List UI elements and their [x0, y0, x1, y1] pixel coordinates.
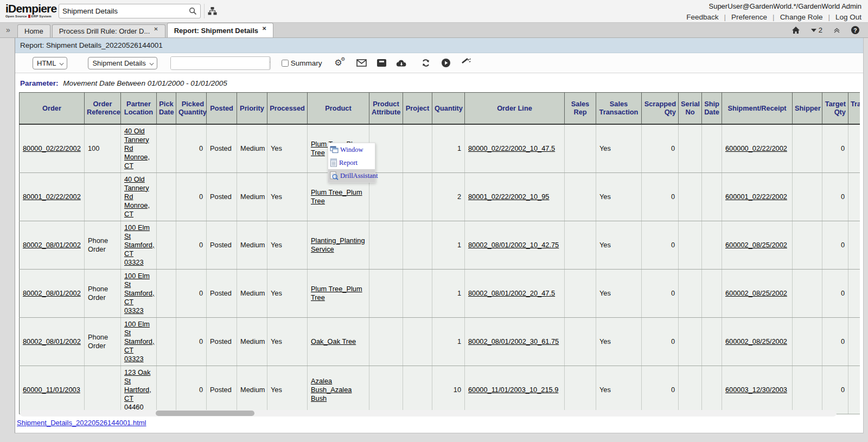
context-menu-item-window[interactable]: Window: [328, 143, 375, 156]
export-cloud-download-icon[interactable]: [396, 57, 407, 68]
summary-checkbox[interactable]: [282, 60, 289, 67]
cell-link-shipment-receipt[interactable]: 600002_08/25/2002: [725, 289, 787, 297]
cell-link-product[interactable]: Oak_Oak Tree: [311, 337, 356, 345]
cell-link-order[interactable]: 80001_02/22/2002: [23, 193, 81, 201]
open-windows-dropdown[interactable]: 2: [811, 26, 822, 34]
cell-link-order-line[interactable]: 80000_02/22/2002_10_47.5: [468, 144, 555, 152]
logout-link[interactable]: Log Out: [835, 13, 861, 21]
cell-order-line: 80002_08/01/2002_30_61.75: [465, 317, 565, 366]
idempiere-app: { "header": { "logo_text": "iDempiere", …: [0, 0, 868, 442]
cell-link-partner-location[interactable]: 40 Old Tannery Rd Monroe, CT: [124, 127, 150, 170]
cell-link-product[interactable]: Azalea Bush_Azalea Bush: [311, 377, 352, 402]
cell-picked-quantity: 0: [176, 124, 207, 173]
menu-tree-icon[interactable]: [204, 4, 220, 18]
format-select-value: HTML: [37, 59, 56, 67]
change-role-link[interactable]: Change Role: [780, 13, 823, 21]
cell-link-shipment-receipt[interactable]: 600003_12/30/2003: [725, 386, 787, 394]
cell-link-order[interactable]: 80002_08/01/2002: [23, 241, 81, 249]
chevron-down-icon: [60, 61, 64, 65]
close-icon[interactable]: ✕: [154, 26, 158, 32]
cell-link-shipment-receipt[interactable]: 600002_08/25/2002: [725, 337, 787, 345]
cell-scrapped-qty: 0: [642, 221, 679, 269]
cell-link-order-line[interactable]: 60000_11/01/2003_10_215.9: [468, 386, 558, 394]
cell-link-partner-location[interactable]: 123 Oak St Hartford, CT 04460: [124, 368, 151, 411]
cell-link-order[interactable]: 60000_11/01/2003: [23, 386, 80, 394]
cell-link-product[interactable]: Planting_Planting Service: [311, 236, 365, 253]
collapse-header-icon[interactable]: [833, 27, 840, 34]
toolbar-icons: ⚙ ⚙: [333, 57, 471, 68]
cell-link-shipment-receipt[interactable]: 600001_02/22/2002: [725, 193, 787, 201]
cell-link-order-line[interactable]: 80002_08/01/2002_30_61.75: [468, 337, 559, 345]
feedback-link[interactable]: Feedback: [686, 13, 718, 21]
cell-link-product[interactable]: Plum Tree_Plum Tree: [311, 188, 362, 205]
column-header-scrapped-qty: Scrapped Qty: [642, 93, 679, 124]
customize-wand-icon[interactable]: [461, 57, 471, 68]
preference-link[interactable]: Preference: [731, 13, 767, 21]
report-view-select[interactable]: Shipment Details: [88, 57, 157, 69]
column-header-product-attribute: Product Attribute: [369, 93, 403, 124]
send-mail-icon[interactable]: [356, 57, 367, 68]
cell-pick-date: [157, 366, 176, 414]
format-select[interactable]: HTML: [33, 57, 67, 69]
report-file-link[interactable]: Shipment_Details_20220526144001.html: [17, 419, 146, 427]
cell-link-shipment-receipt[interactable]: 600002_08/25/2002: [725, 241, 787, 249]
cell-partner-location: 100 Elm St Stamford, CT 03323: [121, 317, 157, 366]
cell-link-order[interactable]: 80002_08/01/2002: [23, 289, 81, 297]
close-icon[interactable]: ✕: [262, 25, 266, 31]
cell-serial-no: [679, 124, 702, 173]
cell-shipment-receipt: 600002_08/25/2002: [722, 269, 793, 317]
search-icon[interactable]: [185, 4, 200, 18]
refresh-icon[interactable]: [420, 57, 431, 68]
cell-link-order-line[interactable]: 80001_02/22/2002_10_95: [468, 193, 549, 201]
cell-serial-no: [679, 366, 702, 414]
cell-link-order[interactable]: 80000_02/22/2002: [23, 144, 81, 152]
cell-link-product[interactable]: Plum Tree_Plum Tree: [311, 285, 362, 302]
context-menu-item-report[interactable]: Report: [328, 156, 375, 169]
cell-order: 80002_08/01/2002: [20, 221, 85, 269]
cell-link-partner-location[interactable]: 100 Elm St Stamford, CT 03323: [124, 320, 154, 363]
cell-order-reference: [85, 172, 121, 221]
cell-link-partner-location[interactable]: 100 Elm St Stamford, CT 03323: [124, 223, 154, 266]
cell-shipper: [793, 269, 822, 317]
cell-link-partner-location[interactable]: 100 Elm St Stamford, CT 03323: [124, 272, 154, 315]
cell-priority: Medium: [237, 269, 267, 317]
combobox-dropdown-button[interactable]: [269, 57, 271, 69]
cell-link-order-line[interactable]: 80002_08/01/2002_10_42.75: [468, 241, 559, 249]
separator: |: [773, 13, 775, 21]
cell-serial-no: [679, 221, 702, 269]
tab-report-shipment-details[interactable]: Report: Shipment Details ✕: [167, 23, 274, 37]
report-toolbar: HTML Shipment Details Summary ⚙ ⚙: [15, 53, 863, 73]
table-row: 80002_08/01/2002Phone Order100 Elm St St…: [20, 317, 860, 366]
context-menu-item-drill-assistant[interactable]: DrillAssistant: [328, 169, 375, 182]
column-header-partner-location: Partner Location: [121, 93, 157, 124]
horizontal-scrollbar[interactable]: [20, 410, 837, 417]
tab-overflow-icon[interactable]: »: [6, 25, 10, 34]
window-icon: [330, 146, 339, 153]
home-icon[interactable]: [792, 26, 800, 34]
cell-link-partner-location[interactable]: 40 Old Tannery Rd Monroe, CT: [124, 175, 150, 218]
print-format-input[interactable]: [171, 57, 269, 69]
process-gear-icon[interactable]: ⚙ ⚙: [333, 57, 343, 68]
column-header-serial-no: Serial No: [679, 93, 702, 124]
parameter-value: Movement Date Between 01/01/2000 - 01/01…: [63, 79, 227, 87]
horizontal-scrollbar-thumb[interactable]: [156, 411, 254, 416]
search-input[interactable]: [59, 7, 185, 15]
tab-process-drill-rule[interactable]: Process Drill Rule: Order D... ✕: [52, 24, 165, 37]
cell-link-shipment-receipt[interactable]: 600000_02/22/2002: [725, 144, 787, 152]
cell-shipper: [793, 124, 822, 173]
cell-shipper: [793, 221, 822, 269]
tab-home[interactable]: Home: [17, 24, 50, 37]
cell-shipment-receipt: 600000_02/22/2002: [722, 124, 793, 173]
help-icon[interactable]: ?: [851, 26, 859, 34]
cell-tracking-no: [848, 124, 860, 173]
cell-link-order-line[interactable]: 80002_08/01/2002_20_47.5: [468, 289, 555, 297]
cell-product: Plum Tree_Plum Tree: [308, 269, 369, 317]
cell-link-order[interactable]: 80002_08/01/2002: [23, 337, 81, 345]
run-report-icon[interactable]: [441, 57, 451, 68]
separator: |: [828, 13, 830, 21]
cell-shipper: [793, 317, 822, 366]
cell-scrapped-qty: 0: [642, 317, 679, 366]
cell-sales-rep: [565, 124, 596, 173]
archive-icon[interactable]: [376, 57, 387, 68]
column-header-sales-rep: Sales Rep: [565, 93, 596, 124]
